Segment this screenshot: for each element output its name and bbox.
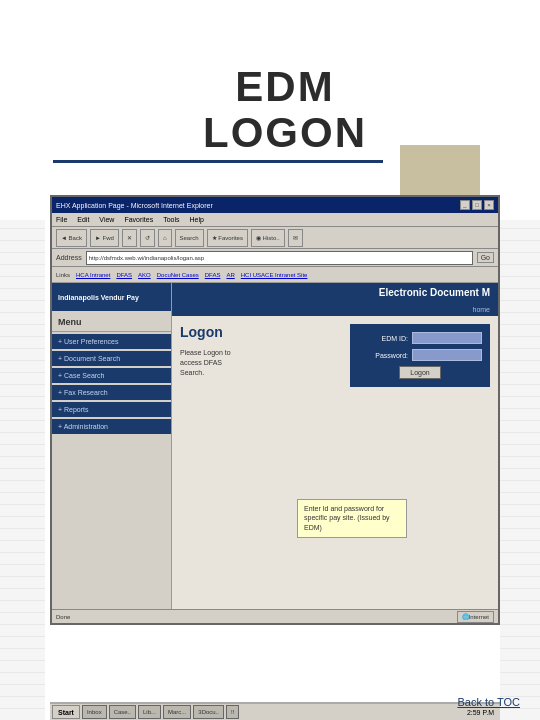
logon-heading: Logon: [180, 324, 342, 340]
browser-title-text: EHX Application Page - Microsoft Interne…: [56, 202, 213, 209]
taskbar-item-docu[interactable]: 3Docu..: [193, 705, 224, 719]
sidebar-item-user-preferences[interactable]: + User Preferences: [52, 334, 171, 349]
logon-body: Logon Please Logon to access DFAS Search…: [172, 316, 498, 395]
menu-tools[interactable]: Tools: [163, 216, 179, 223]
browser-content: Indianapolis Vendur Pay Menu + User Pref…: [52, 283, 498, 623]
status-text: Done: [56, 614, 70, 620]
login-box: EDM ID: Password: Logon: [350, 324, 490, 387]
blue-divider-line: [53, 160, 383, 163]
sidebar-item-administration[interactable]: + Administration: [52, 419, 171, 434]
favorites-button[interactable]: ★ Favorites: [207, 229, 248, 247]
browser-window: EHX Application Page - Microsoft Interne…: [50, 195, 500, 625]
taskbar-item-lib[interactable]: Lib...: [138, 705, 161, 719]
links-label: Links: [56, 272, 70, 278]
edm-id-label: EDM ID:: [358, 335, 408, 342]
menu-favorites[interactable]: Favorites: [124, 216, 153, 223]
edm-id-input[interactable]: [412, 332, 482, 344]
logon-left-panel: Logon Please Logon to access DFAS Search…: [180, 324, 342, 377]
window-controls: _ □ ×: [460, 200, 494, 210]
close-button[interactable]: ×: [484, 200, 494, 210]
taskbar-item-case[interactable]: Case..: [109, 705, 136, 719]
tooltip-box: Enter Id and password for specific pay s…: [297, 499, 407, 538]
back-button[interactable]: ◄ Back: [56, 229, 87, 247]
minimize-button[interactable]: _: [460, 200, 470, 210]
links-bar: Links HCA Intranet DFAS AKO DocuNet Case…: [52, 267, 498, 283]
link-hca[interactable]: HCA Intranet: [76, 272, 110, 278]
mail-button[interactable]: ✉: [288, 229, 303, 247]
link-hci[interactable]: HCI USACE Intranet Site: [241, 272, 308, 278]
link-docunet[interactable]: DocuNet Cases: [157, 272, 199, 278]
back-to-toc-link[interactable]: Back to TOC: [457, 696, 520, 708]
menu-view[interactable]: View: [99, 216, 114, 223]
password-row: Password:: [358, 349, 482, 361]
stop-button[interactable]: ✕: [122, 229, 137, 247]
refresh-button[interactable]: ↺: [140, 229, 155, 247]
title-area: EDM LOGON: [203, 64, 367, 156]
browser-toolbar: ◄ Back ► Fwd ✕ ↺ ⌂ Search ★ Favorites ◉ …: [52, 227, 498, 249]
menu-edit[interactable]: Edit: [77, 216, 89, 223]
address-label: Address: [56, 254, 82, 261]
password-input[interactable]: [412, 349, 482, 361]
link-ako[interactable]: AKO: [138, 272, 151, 278]
address-bar: Address Go: [52, 249, 498, 267]
maximize-button[interactable]: □: [472, 200, 482, 210]
title-section: EDM LOGON: [0, 0, 540, 220]
taskbar: Start Inbox Case.. Lib... Marc... 3Docu.…: [50, 702, 500, 720]
logon-description: Please Logon to access DFAS Search.: [180, 348, 342, 377]
status-zone: 🌐 Internet: [457, 611, 494, 623]
site-name: Indianapolis Vendur Pay: [52, 283, 171, 311]
browser-titlebar: EHX Application Page - Microsoft Interne…: [52, 197, 498, 213]
edm-id-row: EDM ID:: [358, 332, 482, 344]
sidebar-item-reports[interactable]: + Reports: [52, 402, 171, 417]
go-button[interactable]: Go: [477, 252, 494, 263]
edm-subbar: home: [172, 302, 498, 316]
forward-button[interactable]: ► Fwd: [90, 229, 119, 247]
start-button[interactable]: Start: [52, 705, 80, 719]
page-title: EDM LOGON: [203, 64, 367, 156]
link-dfas1[interactable]: DFAS: [116, 272, 132, 278]
menu-header: Menu: [52, 311, 171, 332]
taskbar-item-inbox[interactable]: Inbox: [82, 705, 107, 719]
footer-section: Back to TOC: [457, 692, 520, 710]
home-button[interactable]: ⌂: [158, 229, 172, 247]
sidebar-item-case-search[interactable]: + Case Search: [52, 368, 171, 383]
menu-help[interactable]: Help: [190, 216, 204, 223]
menu-file[interactable]: File: [56, 216, 67, 223]
zone-icon: 🌐: [462, 613, 469, 620]
edm-title-bar: Electronic Document M: [172, 283, 498, 302]
history-button[interactable]: ◉ Histo..: [251, 229, 285, 247]
taskbar-item-marc[interactable]: Marc...: [163, 705, 191, 719]
tan-accent-block: [400, 145, 480, 200]
logon-right-panel: EDM ID: Password: Logon: [350, 324, 490, 387]
address-input[interactable]: [86, 251, 473, 265]
taskbar-item-misc[interactable]: !!: [226, 705, 239, 719]
logon-button[interactable]: Logon: [399, 366, 440, 379]
sidebar: Indianapolis Vendur Pay Menu + User Pref…: [52, 283, 172, 623]
browser-menubar: File Edit View Favorites Tools Help: [52, 213, 498, 227]
link-ar[interactable]: AR: [226, 272, 234, 278]
search-button[interactable]: Search: [175, 229, 204, 247]
status-bar: Done 🌐 Internet: [52, 609, 498, 623]
sidebar-item-fax-research[interactable]: + Fax Research: [52, 385, 171, 400]
main-content: Electronic Document M home Logon Please …: [172, 283, 498, 623]
link-dfas2[interactable]: DFAS: [205, 272, 221, 278]
password-label: Password:: [358, 352, 408, 359]
sidebar-item-document-search[interactable]: + Document Search: [52, 351, 171, 366]
